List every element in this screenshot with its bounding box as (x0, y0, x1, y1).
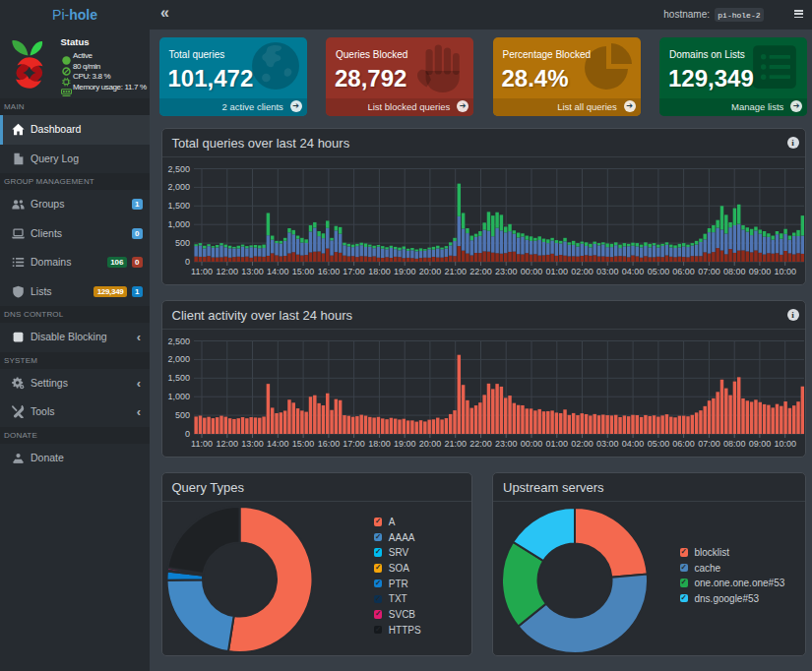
svg-text:19:00: 19:00 (393, 267, 415, 276)
svg-text:05:00: 05:00 (647, 439, 669, 449)
svg-text:2,000: 2,000 (167, 354, 190, 364)
svg-text:22:00: 22:00 (469, 439, 492, 449)
svg-text:14:00: 14:00 (267, 439, 289, 449)
svg-text:00:00: 00:00 (520, 267, 542, 276)
svg-text:21:00: 21:00 (444, 267, 467, 276)
svg-text:500: 500 (174, 410, 189, 420)
svg-text:13:00: 13:00 (241, 439, 264, 449)
svg-text:1,500: 1,500 (167, 201, 190, 211)
svg-text:12:00: 12:00 (216, 439, 238, 449)
svg-text:18:00: 18:00 (368, 439, 391, 449)
svg-text:11:00: 11:00 (191, 267, 213, 276)
svg-text:08:00: 08:00 (722, 267, 745, 276)
svg-text:1,000: 1,000 (167, 392, 190, 401)
svg-text:06:00: 06:00 (672, 267, 695, 276)
svg-text:11:00: 11:00 (191, 439, 213, 449)
svg-text:05:00: 05:00 (647, 267, 669, 276)
svg-text:15:00: 15:00 (291, 267, 314, 276)
svg-text:13:00: 13:00 (241, 267, 264, 276)
svg-text:23:00: 23:00 (494, 439, 517, 449)
svg-text:16:00: 16:00 (317, 267, 340, 276)
svg-text:19:00: 19:00 (393, 439, 415, 449)
svg-text:10:00: 10:00 (774, 439, 796, 449)
svg-text:01:00: 01:00 (545, 439, 568, 449)
svg-text:09:00: 09:00 (748, 439, 771, 449)
svg-text:07:00: 07:00 (698, 267, 720, 276)
svg-text:06:00: 06:00 (672, 439, 695, 449)
svg-text:04:00: 04:00 (621, 267, 644, 276)
svg-text:0: 0 (184, 257, 189, 267)
svg-text:10:00: 10:00 (774, 267, 796, 276)
svg-text:1,500: 1,500 (167, 373, 190, 383)
svg-text:14:00: 14:00 (267, 267, 289, 276)
svg-text:2,500: 2,500 (167, 163, 190, 173)
svg-text:0: 0 (184, 429, 189, 439)
svg-text:23:00: 23:00 (494, 267, 517, 276)
svg-text:04:00: 04:00 (621, 439, 644, 449)
svg-text:1,000: 1,000 (167, 219, 190, 229)
svg-text:00:00: 00:00 (520, 439, 542, 449)
svg-text:2,000: 2,000 (167, 182, 190, 192)
svg-text:15:00: 15:00 (291, 439, 314, 449)
svg-text:21:00: 21:00 (444, 439, 467, 449)
svg-text:2,500: 2,500 (167, 336, 190, 345)
svg-text:03:00: 03:00 (596, 267, 619, 276)
svg-text:02:00: 02:00 (571, 267, 593, 276)
svg-text:17:00: 17:00 (343, 267, 365, 276)
svg-text:01:00: 01:00 (545, 267, 568, 276)
svg-text:03:00: 03:00 (596, 439, 619, 449)
svg-text:20:00: 20:00 (418, 439, 441, 449)
svg-text:12:00: 12:00 (216, 267, 238, 276)
svg-text:02:00: 02:00 (571, 439, 593, 449)
svg-text:08:00: 08:00 (722, 439, 745, 449)
svg-text:22:00: 22:00 (469, 267, 492, 276)
svg-text:17:00: 17:00 (343, 439, 365, 449)
svg-text:09:00: 09:00 (748, 267, 771, 276)
svg-text:500: 500 (174, 238, 189, 248)
svg-text:18:00: 18:00 (368, 267, 391, 276)
svg-text:20:00: 20:00 (418, 267, 441, 276)
svg-text:16:00: 16:00 (317, 439, 340, 449)
svg-text:07:00: 07:00 (698, 439, 720, 449)
